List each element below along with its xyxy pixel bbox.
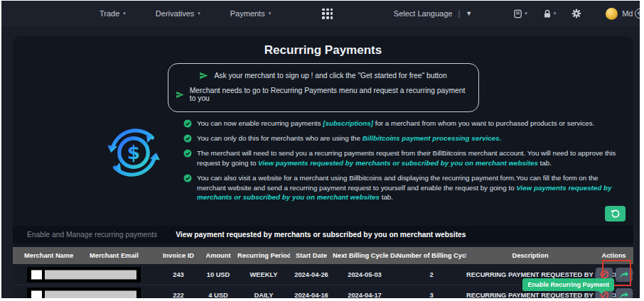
recurring-period-cell: WEEKLY [237, 264, 290, 285]
main-content: Recurring Payments Ask your merchant to … [1, 36, 640, 298]
column-header: Merchant Email [78, 247, 158, 264]
language-label: Select Language [394, 9, 453, 18]
column-header: Number of Billing Cycles [397, 247, 466, 264]
merchant-name-cell [13, 264, 78, 285]
bullet-link[interactable]: Billbitcoins payment processing services… [363, 134, 501, 142]
bullet-text: You can now enable recurring payments [s… [197, 119, 594, 128]
info-bullet: You can now enable recurring payments [s… [183, 119, 625, 128]
nav-derivatives[interactable]: Derivatives ▾ [156, 9, 200, 18]
svg-text:$: $ [127, 141, 140, 163]
info-bullet: You can only do this for merchants who a… [183, 133, 625, 143]
invoice-id-cell: 222 [158, 285, 199, 298]
info-bullet: The merchant will need to send you a rec… [183, 148, 625, 168]
redacted-merchant-info [27, 288, 141, 298]
language-selector[interactable]: Select Language | ▼ [394, 9, 472, 18]
info-bullet-list: You can now enable recurring payments [s… [183, 119, 633, 202]
apps-grid-icon[interactable] [322, 9, 333, 19]
user-avatar [606, 8, 618, 20]
info-bullet: You can also visit a website for a merch… [183, 173, 625, 203]
next-billing-cell: 2024-04-17 [333, 285, 397, 298]
bullet-text: The merchant will need to send you a rec… [197, 148, 625, 168]
enable-recurring-tooltip: Enable Recurring Payment [522, 278, 614, 291]
column-header: Recurring Period [237, 247, 290, 264]
divider: | [458, 9, 460, 18]
table-header-row: Merchant NameMerchant EmailInvoice IDAmo… [13, 247, 633, 264]
top-navigation: Trade ▾ Derivatives ▾ Payments ▾ Select … [1, 1, 640, 26]
recurring-period-cell: DAILY [237, 285, 290, 298]
start-date-cell: 2024-04-26 [290, 264, 333, 285]
bullet-text: You can only do this for merchants who a… [197, 133, 501, 143]
instruction-callout: Ask your merchant to sign up ! and click… [168, 63, 479, 112]
amount-cell: 10 USD [199, 264, 237, 285]
amount-cell: 4 USD [199, 285, 237, 298]
help-icon[interactable]: ? [635, 9, 640, 18]
page-title: Recurring Payments [13, 36, 633, 58]
lock-icon[interactable]: ▾ [543, 9, 557, 18]
recurring-payments-table: Merchant NameMerchant EmailInvoice IDAmo… [13, 247, 633, 298]
callout-line: Merchant needs to go to Recurring Paymen… [176, 87, 471, 102]
check-circle-icon [183, 119, 192, 128]
chevron-down-icon: ▾ [123, 11, 126, 16]
enable-recurring-button[interactable] [616, 268, 633, 282]
chevron-down-icon: ▾ [525, 11, 527, 16]
nav-trade[interactable]: Trade ▾ [100, 9, 126, 18]
check-circle-icon [183, 149, 192, 158]
chevron-down-icon: ▾ [198, 11, 200, 16]
username-label: Md [622, 9, 633, 18]
nav-derivatives-label: Derivatives [156, 9, 194, 18]
nav-right: Select Language | ▼ ▾ ▾ [394, 8, 640, 20]
chevron-down-icon: ▾ [554, 11, 557, 16]
enable-recurring-button[interactable] [616, 288, 633, 298]
bullet-text: You can also visit a website for a merch… [197, 173, 625, 203]
chevron-down-icon: ▼ [466, 10, 472, 17]
nav-trade-label: Trade [100, 9, 119, 18]
recurring-payments-card: Recurring Payments Ask your merchant to … [13, 36, 633, 298]
recurring-dollar-icon: $ [102, 119, 166, 202]
column-header: Start Date [290, 247, 333, 264]
chevron-down-icon: ▾ [269, 11, 272, 16]
nav-payments[interactable]: Payments ▾ [230, 9, 271, 18]
column-header: Actions [594, 247, 633, 264]
column-header: Next Billing Cycle Date [333, 247, 397, 264]
bullet-link[interactable]: View payments requested by merchants or … [258, 159, 538, 167]
column-header: Description [466, 247, 594, 264]
next-billing-cell: 2024-05-03 [333, 264, 397, 285]
cycles-cell: 3 [397, 285, 466, 298]
merchant-name-cell [13, 285, 78, 298]
tab-view-requested[interactable]: View payment requested by merchants or s… [176, 231, 466, 239]
app-window: Trade ▾ Derivatives ▾ Payments ▾ Select … [1, 1, 640, 298]
column-header: Merchant Name [13, 247, 78, 264]
cycles-cell: 2 [397, 264, 466, 285]
callout-line: Ask your merchant to sign up ! and click… [176, 71, 471, 80]
nav-payments-label: Payments [230, 9, 265, 18]
table-row: 2224 USDDAILY2024-04-162024-04-173RECURR… [13, 285, 633, 298]
actions-cell: Enable Recurring Payment [594, 285, 633, 298]
history-refresh-button[interactable] [605, 206, 626, 221]
bullet-link[interactable]: [subscriptions] [323, 119, 373, 127]
callout-text: Ask your merchant to sign up ! and click… [214, 72, 446, 80]
send-plane-icon [176, 90, 184, 99]
tab-enable-manage[interactable]: Enable and Manage recurring payments [27, 231, 157, 239]
redacted-merchant-info [27, 267, 141, 282]
column-header: Amount [199, 247, 237, 264]
start-date-cell: 2024-04-16 [290, 285, 333, 298]
nav-left: Trade ▾ Derivatives ▾ Payments ▾ [100, 9, 333, 19]
tab-bar: Enable and Manage recurring payments Vie… [13, 226, 633, 243]
column-header: Invoice ID [158, 247, 199, 264]
settings-gear-icon[interactable] [571, 9, 581, 18]
book-icon[interactable]: ▾ [513, 9, 527, 18]
invoice-id-cell: 243 [158, 264, 199, 285]
callout-text: Merchant needs to go to Recurring Paymen… [190, 87, 471, 102]
check-circle-icon [183, 134, 192, 143]
check-circle-icon [183, 174, 192, 182]
send-plane-icon [199, 71, 208, 80]
